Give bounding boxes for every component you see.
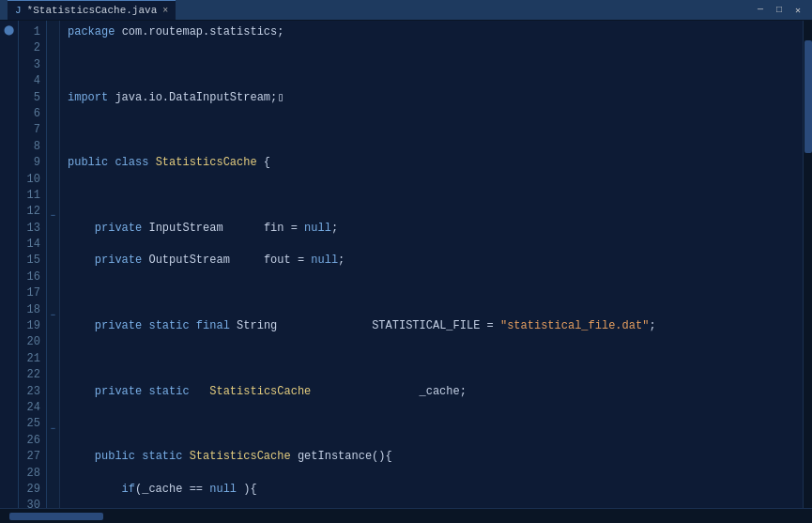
code-line-6 <box>68 188 795 204</box>
close-button[interactable]: ✕ <box>791 4 804 17</box>
editor-tab[interactable]: J *StatisticsCache.java × <box>8 0 176 20</box>
code-line-8: private OutputStream fout = null; <box>68 253 795 269</box>
left-gutter: ⬤ <box>0 21 19 508</box>
ide-window: J *StatisticsCache.java × ─ □ ✕ ⬤ 1 2 3 … <box>0 0 812 523</box>
code-line-10: private static final String STATISTICAL_… <box>68 318 795 334</box>
tab-title: *StatisticsCache.java <box>27 5 158 16</box>
editor-wrapper: 1 2 3 4 5 6 7 8 9 10 11 12 13 14 15 16 1… <box>19 21 803 508</box>
code-line-4 <box>68 122 795 138</box>
collapse-method-3[interactable]: − <box>51 423 55 437</box>
horizontal-thumb[interactable] <box>9 513 103 520</box>
code-line-14: public static StatisticsCache getInstanc… <box>68 449 795 465</box>
file-icon: J <box>15 5 22 16</box>
scrollbar-thumb[interactable] <box>804 40 812 153</box>
bottom-bar <box>0 508 812 523</box>
editor-area: ⬤ 1 2 3 4 5 6 7 8 9 10 11 12 13 14 15 16 <box>0 21 812 508</box>
code-line-13 <box>68 416 795 432</box>
close-tab-icon[interactable]: × <box>162 6 168 16</box>
code-line-3: import java.io.DataInputStream;▯ <box>68 90 795 106</box>
code-line-12: private static StatisticsCache _cache; <box>68 384 795 400</box>
code-line-11 <box>68 351 795 367</box>
code-line-7: private InputStream fin = null; <box>68 221 795 237</box>
code-line-5: public class StatisticsCache { <box>68 155 795 171</box>
collapse-method-2[interactable]: − <box>51 309 55 323</box>
collapse-method-1[interactable]: − <box>51 209 55 223</box>
window-controls: ─ □ ✕ <box>754 4 804 17</box>
code-line-1: package com.routemap.statistics; <box>68 24 795 40</box>
gutter-marker: ⬤ <box>4 24 14 36</box>
collapse-gutter: − − − <box>47 21 60 508</box>
vertical-scrollbar[interactable] <box>803 21 812 508</box>
line-numbers: 1 2 3 4 5 6 7 8 9 10 11 12 13 14 15 16 1… <box>19 21 47 508</box>
horizontal-scrollbar[interactable] <box>0 512 812 521</box>
code-line-9 <box>68 285 795 301</box>
code-content[interactable]: package com.routemap.statistics; import … <box>60 21 803 508</box>
minimize-button[interactable]: ─ <box>754 4 767 17</box>
code-line-2 <box>68 57 795 73</box>
maximize-button[interactable]: □ <box>773 4 786 17</box>
code-line-15: if(_cache == null ){ <box>68 482 795 498</box>
title-bar: J *StatisticsCache.java × ─ □ ✕ <box>0 0 812 21</box>
